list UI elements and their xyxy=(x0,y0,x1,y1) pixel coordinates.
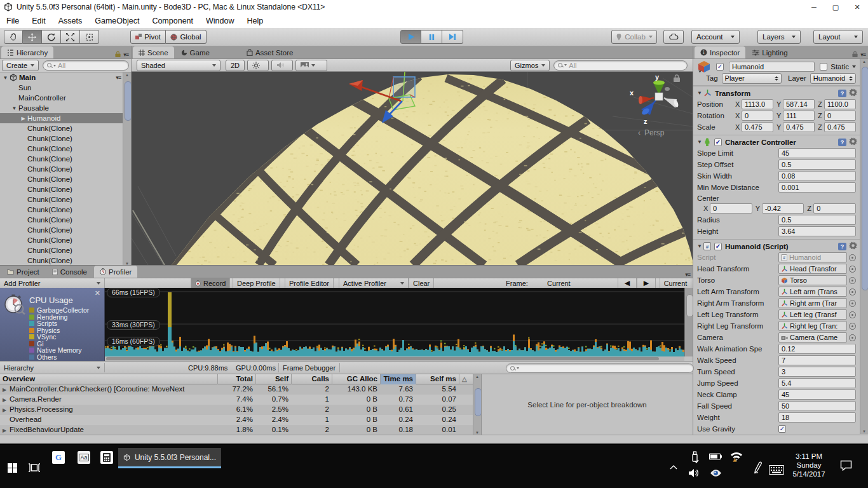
move-tool-button[interactable] xyxy=(23,30,42,44)
foldout-icon[interactable]: ▼ xyxy=(1,75,10,81)
hierarchy-item[interactable]: ▶ Humanoid xyxy=(0,113,131,123)
menu-item[interactable]: Assets xyxy=(52,17,89,25)
scrollbar-thumb[interactable] xyxy=(686,294,693,317)
menu-item[interactable]: Help xyxy=(240,17,269,25)
hierarchy-item[interactable]: Sun xyxy=(0,83,131,93)
object-reference-field[interactable]: # Humanoid xyxy=(778,252,847,262)
object-reference-field[interactable]: Head (Transfor xyxy=(778,264,847,274)
center-x-field[interactable]: 0 xyxy=(710,203,752,214)
property-value-field[interactable]: 3.64 xyxy=(778,226,856,236)
legend-item[interactable]: VSync xyxy=(0,334,104,341)
help-icon[interactable]: ? xyxy=(838,90,846,97)
usb-tray-icon[interactable] xyxy=(689,450,700,464)
profiler-table-row[interactable]: ▶Camera.Render 7.4% 0.7% 1 0 B 0.73 0.07 xyxy=(0,395,473,405)
property-value-field[interactable]: 0.12 xyxy=(778,344,856,354)
object-picker-icon[interactable] xyxy=(849,323,856,330)
object-reference-field[interactable]: Camera (Came xyxy=(778,332,847,342)
hand-tool-button[interactable] xyxy=(4,30,23,44)
hierarchy-view-dropdown[interactable]: Hierarchy xyxy=(0,363,105,372)
gameobject-name-field[interactable]: Humanoid xyxy=(729,62,815,72)
rect-tool-button[interactable] xyxy=(80,30,99,44)
collab-button[interactable]: Collab xyxy=(611,30,657,44)
cpu-usage-panel[interactable]: CPU Usage ✕ GarbageCollector Rendering xyxy=(0,288,105,361)
action-center-icon[interactable] xyxy=(837,458,854,473)
hierarchy-root-item[interactable]: ▼ Main ▾≡ xyxy=(0,72,131,83)
hierarchy-scrollbar[interactable]: ▲ ▼ xyxy=(123,72,131,266)
z-field[interactable]: 0.475 xyxy=(824,122,856,132)
tag-dropdown[interactable]: Player xyxy=(722,73,782,84)
pen-tray-icon[interactable] xyxy=(751,460,764,475)
close-icon[interactable]: ✕ xyxy=(95,289,100,297)
menu-item[interactable]: File xyxy=(0,17,25,25)
wifi-warning-tray-icon[interactable]: ! xyxy=(728,450,745,464)
tab-hierarchy[interactable]: Hierarchy xyxy=(1,46,53,58)
object-picker-icon[interactable] xyxy=(849,311,856,318)
object-picker-icon[interactable] xyxy=(849,277,856,284)
clear-button[interactable]: Clear xyxy=(409,278,434,288)
tab-scene[interactable]: Scene xyxy=(133,46,174,58)
scrollbar-thumb[interactable] xyxy=(862,67,868,290)
hierarchy-item[interactable]: Chunk(Clone) xyxy=(0,154,131,164)
maximize-button[interactable]: ▢ xyxy=(825,0,846,14)
hierarchy-item[interactable]: Chunk(Clone) xyxy=(0,235,131,245)
active-checkbox[interactable]: ✓ xyxy=(716,63,724,71)
hierarchy-item[interactable]: Chunk(Clone) xyxy=(0,174,131,184)
profile-editor-button[interactable]: Profile Editor xyxy=(285,278,334,288)
minimize-button[interactable]: ─ xyxy=(803,0,825,14)
static-checkbox[interactable] xyxy=(820,63,827,71)
menu-item[interactable]: GameObject xyxy=(88,17,146,25)
tab-asset-store[interactable]: Asset Store xyxy=(241,46,299,58)
hierarchy-item[interactable]: Chunk(Clone) xyxy=(0,123,131,133)
hierarchy-item[interactable]: Chunk(Clone) xyxy=(0,144,131,154)
center-z-field[interactable]: 0 xyxy=(813,203,856,214)
pivot-toggle-button[interactable]: Pivot xyxy=(130,30,166,44)
record-button[interactable]: Record xyxy=(191,278,230,288)
battery-tray-icon[interactable] xyxy=(708,451,723,461)
persp-toggle[interactable]: ‹ xyxy=(638,128,641,137)
gameobject-cube-icon[interactable] xyxy=(697,60,711,73)
tab-lighting[interactable]: Lighting xyxy=(747,46,793,58)
scroll-down-icon[interactable]: ▼ xyxy=(860,430,868,433)
pause-button[interactable] xyxy=(421,30,442,44)
rotate-tool-button[interactable] xyxy=(42,30,61,44)
property-value-field[interactable]: 5.4 xyxy=(778,378,856,388)
property-value-field[interactable]: 3 xyxy=(778,367,856,377)
property-value-field[interactable]: 18 xyxy=(778,412,856,423)
gear-icon[interactable] xyxy=(849,241,857,251)
panel-menu-icon[interactable]: ▾≡ xyxy=(123,51,128,58)
menu-item[interactable]: Component xyxy=(146,17,200,25)
scrollbar-thumb[interactable] xyxy=(106,357,659,360)
warnings-column-icon[interactable]: △ xyxy=(459,374,473,384)
scroll-up-icon[interactable]: ▲ xyxy=(123,73,131,77)
column-header-gc-alloc[interactable]: GC Alloc xyxy=(332,374,380,384)
foldout-icon[interactable]: ▼ xyxy=(696,139,703,145)
scene-lighting-button[interactable] xyxy=(247,60,269,71)
static-dropdown-caret[interactable] xyxy=(852,65,856,68)
y-field[interactable]: 0.475 xyxy=(783,122,815,132)
scene-effects-dropdown[interactable] xyxy=(295,60,327,71)
step-button[interactable] xyxy=(442,30,463,44)
help-icon[interactable]: ? xyxy=(838,243,846,250)
volume-tray-icon[interactable] xyxy=(686,466,702,479)
hierarchy-item[interactable]: Chunk(Clone) xyxy=(0,184,131,194)
component-enabled-checkbox[interactable]: ✓ xyxy=(714,243,722,250)
add-profiler-dropdown[interactable]: Add Profiler xyxy=(0,278,105,288)
lock-icon[interactable] xyxy=(115,51,121,58)
calculator-taskbar-icon[interactable] xyxy=(100,451,113,464)
next-frame-button[interactable]: ▶ xyxy=(637,278,656,288)
menu-item[interactable]: Window xyxy=(200,17,240,25)
hierarchy-item[interactable]: Chunk(Clone) xyxy=(0,215,131,225)
gizmos-dropdown[interactable]: Gizmos xyxy=(510,60,550,71)
tab-profiler[interactable]: Profiler xyxy=(94,266,137,278)
frame-debugger-button[interactable]: Frame Debugger xyxy=(278,363,340,372)
object-picker-icon[interactable] xyxy=(849,300,856,307)
hierarchy-item[interactable]: ▼ Pausable xyxy=(0,103,131,113)
panel-menu-icon[interactable]: ▾≡ xyxy=(860,51,865,58)
y-field[interactable]: 587.14 xyxy=(783,99,815,109)
help-icon[interactable]: ? xyxy=(838,139,846,146)
foldout-icon[interactable]: ▼ xyxy=(696,90,703,96)
scroll-up-icon[interactable]: ▲ xyxy=(473,375,481,379)
panel-menu-icon[interactable]: ▾≡ xyxy=(685,271,690,278)
tab-game[interactable]: Game xyxy=(175,46,215,58)
y-field[interactable]: 111 xyxy=(783,111,815,121)
